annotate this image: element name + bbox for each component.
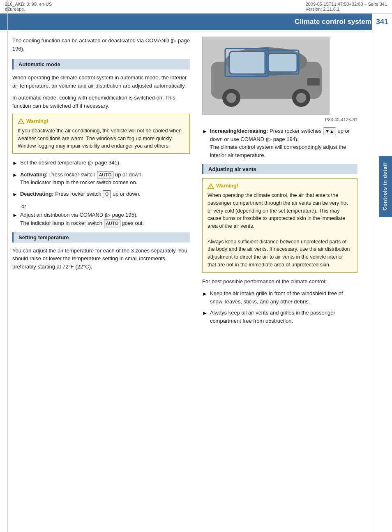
- meta-left: 216_AKB; 3; 90, en-US d2ureepe,: [5, 2, 52, 12]
- meta-right: 2009-05-15T11:47:50+02:00 – Seite 341 Ve…: [306, 2, 387, 12]
- bullet-text-1: Set the desired temperature (▷ page 341)…: [20, 159, 121, 167]
- intro-text: The cooling function can be activated or…: [12, 37, 190, 53]
- adjusting-warning-title: ! Warning!: [208, 182, 352, 190]
- activating-label: Activating:: [20, 171, 48, 178]
- warning-triangle-icon-2: !: [208, 183, 214, 189]
- svg-point-10: [296, 93, 306, 103]
- adjusting-bullets: ► Keep the air intake grille in front of…: [202, 289, 357, 325]
- bullet-arrow-3: ►: [12, 190, 18, 199]
- svg-rect-13: [307, 78, 320, 86]
- section1-warning-text: If you deactivate the air conditioning, …: [18, 128, 182, 149]
- svg-text:!: !: [21, 120, 22, 124]
- adjusting-intro: For best possible performance of the cli…: [202, 278, 357, 286]
- section1-warning-title: ! Warning!: [18, 118, 184, 125]
- deactivating-label: Deactivating:: [20, 191, 54, 197]
- section1-warning-label: Warning!: [26, 118, 48, 125]
- inc-dec-item: ► Increasing/decreasing: Press rocker sw…: [202, 127, 357, 159]
- car-diagram-svg: [203, 37, 330, 115]
- meta-bar: 216_AKB; 3; 90, en-US d2ureepe, 2009-05-…: [0, 0, 392, 14]
- main-content: The cooling function can be activated or…: [0, 30, 392, 336]
- auto-key-badge-2: AUTO: [104, 220, 120, 227]
- adjusting-arrow-2: ►: [202, 309, 208, 317]
- section1-bullets: ► Set the desired temperature (▷ page 34…: [12, 159, 190, 198]
- page-number: 341: [372, 14, 392, 30]
- svg-text:!: !: [210, 185, 212, 189]
- section1-bullets-2: ► Adjust air distribution via COMAND (▷ …: [12, 211, 190, 227]
- inc-dec-text: Increasing/decreasing: Press rocker swit…: [210, 127, 357, 159]
- meta-right-line1: 2009-05-15T11:47:50+02:00 – Seite 341: [306, 2, 387, 7]
- adjusting-bullet-text-1: Keep the air intake grille in front of t…: [210, 289, 357, 305]
- adjusting-warning-text: When operating the climate control, the …: [208, 192, 350, 268]
- section1-paragraph2: In automatic mode, cooling with dehumidi…: [12, 94, 190, 110]
- inc-dec-label: Increasing/decreasing:: [210, 128, 268, 134]
- bullet-item-4: ► Adjust air distribution via COMAND (▷ …: [12, 211, 190, 227]
- section1-warning-box: ! Warning! If you deactivate the air con…: [12, 114, 190, 154]
- section2-paragraph: You can adjust the air temperature for e…: [12, 247, 190, 271]
- bullet-arrow-1: ►: [12, 159, 18, 167]
- chapter-title: Climate control system: [295, 18, 371, 25]
- bullet-text-2: Activating: Press rocker switch AUTO up …: [20, 171, 143, 187]
- adjusting-bullet-1: ► Keep the air intake grille in front of…: [202, 289, 357, 305]
- adjusting-arrow-1: ►: [202, 290, 208, 298]
- meta-right-line2: Version: 2.11.8.1: [306, 7, 387, 12]
- car-image: [202, 37, 330, 115]
- svg-rect-5: [229, 51, 266, 74]
- bullet-item-2: ► Activating: Press rocker switch AUTO u…: [12, 171, 190, 187]
- or-text: or: [21, 203, 190, 209]
- inc-dec-arrow: ►: [202, 127, 208, 136]
- bullet-text-3: Deactivating: Press rocker switch ⚆ up o…: [20, 190, 141, 198]
- bullet-item-1: ► Set the desired temperature (▷ page 34…: [12, 159, 190, 167]
- grid-key-badge: ⚆: [103, 190, 111, 198]
- adjusting-warning-label: Warning!: [216, 182, 238, 190]
- bullet-text-4: Adjust air distribution via COMAND (▷ pa…: [20, 211, 144, 227]
- inc-dec-bullet: ► Increasing/decreasing: Press rocker sw…: [202, 127, 357, 159]
- section2-header: Setting temperature: [12, 232, 190, 243]
- right-column: P83.40-4125-31 ► Increasing/decreasing: …: [197, 30, 378, 336]
- chapter-header: Climate control system 341: [0, 14, 392, 30]
- image-caption: P83.40-4125-31: [202, 117, 357, 122]
- adjusting-header: Adjusting air vents: [202, 164, 357, 174]
- section1-paragraph1: When operating the climate control syste…: [12, 74, 190, 90]
- section1-header: Automatic mode: [12, 59, 190, 69]
- side-tab: Controls in detail: [379, 156, 392, 217]
- left-column: The cooling function can be activated or…: [0, 30, 197, 336]
- adjusting-bullet-2: ► Always keep all air vents and grilles …: [202, 309, 357, 325]
- warning-triangle-icon: !: [18, 118, 24, 124]
- auto-key-badge: AUTO: [97, 171, 113, 179]
- adjusting-warning-box: ! Warning! When operating the climate co…: [202, 178, 357, 272]
- adjusting-bullet-text-2: Always keep all air vents and grilles in…: [210, 309, 357, 325]
- bullet-arrow-2: ►: [12, 171, 18, 179]
- svg-point-8: [226, 93, 236, 103]
- bullet-item-3: ► Deactivating: Press rocker switch ⚆ up…: [12, 190, 190, 199]
- bullet-arrow-4: ►: [12, 211, 18, 220]
- rocker-switch-badge: ▼▲: [323, 127, 336, 135]
- meta-left-line1: 216_AKB; 3; 90, en-US: [5, 2, 52, 7]
- svg-rect-6: [268, 53, 297, 72]
- meta-left-line2: d2ureepe,: [5, 7, 52, 12]
